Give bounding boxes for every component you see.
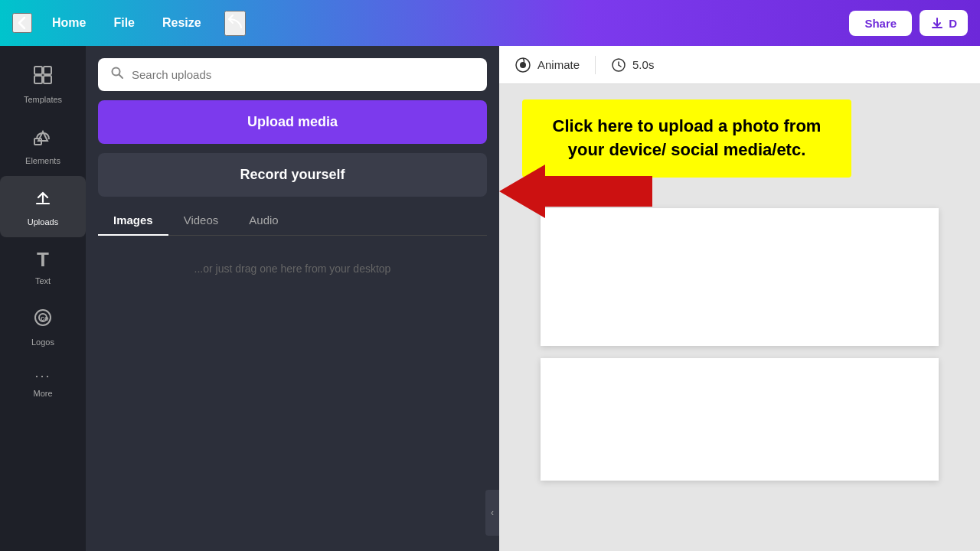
home-button[interactable]: Home (44, 11, 93, 34)
sidebar-item-text[interactable]: T Text (0, 237, 86, 296)
resize-button[interactable]: Resize (155, 11, 209, 34)
slide-area (541, 208, 939, 481)
sidebar-item-logos[interactable]: co. Logos (0, 296, 86, 357)
download-label: D (949, 17, 957, 30)
elements-icon (32, 126, 54, 152)
topbar-right: Share D (849, 10, 968, 36)
sidebar-item-elements[interactable]: Elements (0, 115, 86, 176)
canvas-toolbar: Animate 5.0s (499, 46, 980, 84)
animate-label: Animate (537, 58, 580, 71)
sidebar-item-templates[interactable]: Templates (0, 54, 86, 115)
share-button[interactable]: Share (849, 11, 912, 36)
main-layout: Templates Elements Uploads T (0, 46, 980, 551)
sidebar-item-more[interactable]: ··· More (0, 357, 86, 409)
more-icon: ··· (34, 368, 51, 384)
templates-label: Templates (24, 95, 62, 104)
canvas-content: Click here to upload a photo from your d… (499, 84, 980, 551)
svg-rect-2 (34, 76, 42, 83)
tabs: Images Videos Audio (98, 206, 487, 236)
annotation-box: Click here to upload a photo from your d… (522, 99, 851, 178)
search-input[interactable] (132, 68, 475, 81)
uploads-label: Uploads (28, 217, 58, 227)
logos-label: Logos (31, 337, 54, 347)
text-icon: T (37, 248, 49, 272)
svg-rect-1 (44, 67, 51, 74)
topbar-left: Home File Resize (12, 11, 246, 36)
toolbar-divider (595, 56, 596, 74)
drag-hint: ...or just drag one here from your deskt… (98, 260, 487, 277)
templates-icon (32, 64, 54, 90)
logos-icon: co. (32, 307, 54, 333)
svg-rect-0 (34, 67, 42, 74)
sidebar-item-uploads[interactable]: Uploads (0, 176, 86, 237)
search-icon (110, 66, 124, 83)
duration-button[interactable]: 5.0s (611, 57, 654, 73)
undo-button[interactable] (224, 11, 246, 36)
animate-button[interactable]: Animate (514, 57, 580, 73)
tab-images[interactable]: Images (98, 206, 168, 236)
duration-label: 5.0s (632, 58, 654, 71)
chevron-left-icon: ‹ (491, 507, 494, 518)
text-label: Text (35, 276, 51, 285)
slide-canvas-1[interactable] (541, 208, 939, 346)
slide-canvas-2[interactable] (541, 358, 939, 481)
download-button[interactable]: D (920, 10, 968, 36)
sidebar: Templates Elements Uploads T (0, 46, 86, 551)
back-button[interactable] (12, 13, 32, 33)
annotation-text: Click here to upload a photo from your d… (541, 115, 833, 162)
file-button[interactable]: File (106, 11, 142, 34)
record-yourself-button[interactable]: Record yourself (98, 153, 487, 197)
collapse-panel-handle[interactable]: ‹ (485, 490, 499, 536)
right-panel: Animate 5.0s Click here to upload a phot… (499, 46, 980, 551)
more-label: More (33, 389, 52, 398)
svg-line-10 (119, 75, 123, 79)
search-box (98, 58, 487, 91)
svg-rect-3 (44, 76, 51, 83)
elements-label: Elements (25, 156, 60, 165)
uploads-panel: Upload media Record yourself Images Vide… (86, 46, 499, 551)
svg-text:co.: co. (41, 315, 51, 322)
topbar: Home File Resize Share D (0, 0, 980, 46)
tab-audio[interactable]: Audio (234, 206, 293, 236)
tab-videos[interactable]: Videos (168, 206, 234, 236)
upload-media-button[interactable]: Upload media (98, 100, 487, 144)
uploads-icon (32, 187, 54, 213)
